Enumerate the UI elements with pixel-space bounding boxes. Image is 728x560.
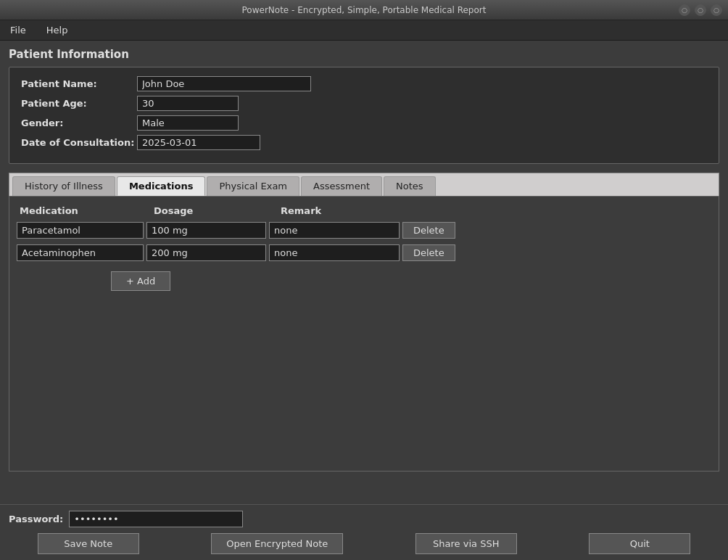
window-controls[interactable]: ○ ○ ○ (679, 4, 722, 16)
window-title: PowerNote - Encrypted, Simple, Portable … (242, 5, 487, 15)
tabs: History of Illness Medications Physical … (9, 173, 719, 196)
col-header-dosage: Dosage (154, 205, 281, 216)
open-encrypted-note-button[interactable]: Open Encrypted Note (211, 533, 343, 554)
med-row-0: Delete (17, 222, 711, 239)
medication-name-0[interactable] (17, 222, 144, 239)
date-label: Date of Consultation: (21, 137, 137, 148)
medication-name-1[interactable] (17, 244, 144, 261)
share-ssh-button[interactable]: Share via SSH (415, 533, 517, 554)
col-header-remark: Remark (281, 205, 418, 216)
menu-help[interactable]: Help (42, 23, 73, 37)
delete-button-0[interactable]: Delete (402, 222, 455, 239)
tabs-container: History of Illness Medications Physical … (9, 173, 719, 196)
date-row: Date of Consultation: (21, 135, 707, 150)
quit-button[interactable]: Quit (589, 533, 690, 554)
action-buttons: Save Note Open Encrypted Note Share via … (9, 533, 719, 554)
patient-gender-input[interactable] (137, 115, 239, 131)
password-row: Password: (9, 511, 719, 527)
patient-info-box: Patient Name: Patient Age: Gender: Date … (9, 67, 719, 164)
password-input[interactable] (69, 511, 243, 527)
password-label: Password: (9, 514, 63, 524)
bottom-bar: Password: Save Note Open Encrypted Note … (0, 504, 728, 560)
col-header-medication: Medication (20, 205, 154, 216)
maximize-button[interactable]: ○ (695, 4, 706, 16)
med-table-header: Medication Dosage Remark (17, 204, 711, 218)
patient-info-title: Patient Information (9, 48, 719, 61)
main-content: Patient Information Patient Name: Patien… (0, 41, 728, 479)
age-label: Patient Age: (21, 98, 137, 109)
add-medication-button[interactable]: + Add (111, 271, 170, 291)
tab-assessment[interactable]: Assessment (301, 176, 382, 196)
consultation-date-input[interactable] (137, 135, 260, 150)
medication-remark-1[interactable] (269, 244, 400, 261)
medications-tab: Medication Dosage Remark Delete Delete + (17, 204, 711, 291)
gender-label: Gender: (21, 118, 137, 128)
med-row-1: Delete (17, 244, 711, 261)
medication-remark-0[interactable] (269, 222, 400, 239)
medication-dosage-0[interactable] (146, 222, 266, 239)
tab-notes[interactable]: Notes (384, 176, 436, 196)
name-row: Patient Name: (21, 76, 707, 91)
medication-dosage-1[interactable] (146, 244, 266, 261)
tab-history[interactable]: History of Illness (12, 176, 115, 196)
minimize-button[interactable]: ○ (679, 4, 690, 16)
patient-name-input[interactable] (137, 76, 311, 91)
tab-medications[interactable]: Medications (117, 176, 206, 196)
save-note-button[interactable]: Save Note (38, 533, 139, 554)
tab-physical[interactable]: Physical Exam (207, 176, 299, 196)
menu-file[interactable]: File (6, 23, 30, 37)
titlebar: PowerNote - Encrypted, Simple, Portable … (0, 0, 728, 20)
close-button[interactable]: ○ (711, 4, 722, 16)
patient-age-input[interactable] (137, 96, 239, 111)
add-row: + Add (17, 267, 711, 291)
name-label: Patient Name: (21, 78, 137, 89)
gender-row: Gender: (21, 115, 707, 131)
tab-content: Medication Dosage Remark Delete Delete + (9, 196, 719, 472)
delete-button-1[interactable]: Delete (402, 244, 455, 261)
age-row: Patient Age: (21, 96, 707, 111)
menubar: File Help (0, 20, 728, 41)
